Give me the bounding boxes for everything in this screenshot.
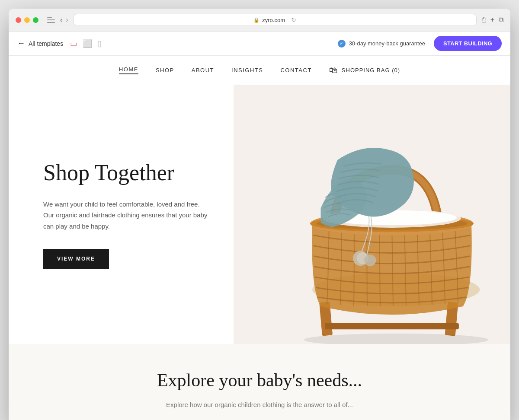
sidebar-toggle-icon[interactable] bbox=[47, 17, 55, 23]
hero-image bbox=[234, 85, 510, 344]
shopping-cart[interactable]: 🛍 SHOPPING BAG (0) bbox=[329, 65, 400, 75]
forward-arrow-icon[interactable]: › bbox=[66, 16, 68, 24]
hero-description: We want your child to feel comfortable, … bbox=[43, 199, 208, 232]
desktop-icon[interactable]: ▭ bbox=[70, 39, 77, 48]
editor-right: ✓ 30-day money-back guarantee START BUIL… bbox=[338, 36, 502, 51]
browser-chrome: ‹ › 🔒 zyro.com ↻ ⎙ + ⧉ bbox=[9, 9, 510, 32]
back-label: All templates bbox=[29, 40, 63, 47]
svg-rect-4 bbox=[325, 323, 459, 330]
share-icon[interactable]: ⎙ bbox=[482, 16, 486, 24]
maximize-button[interactable] bbox=[33, 17, 38, 23]
nav-item-insights[interactable]: INSIGHTS bbox=[231, 67, 263, 73]
hero-title: Shop Together bbox=[43, 160, 208, 186]
view-more-button[interactable]: VIEW MORE bbox=[43, 249, 109, 269]
nav-item-contact[interactable]: CONTACT bbox=[280, 67, 311, 73]
start-building-button[interactable]: START BUILDING bbox=[434, 36, 502, 51]
nav-item-home[interactable]: HOME bbox=[119, 66, 138, 74]
lock-icon: 🔒 bbox=[253, 17, 260, 23]
back-arrow-icon: ← bbox=[17, 39, 25, 48]
minimize-button[interactable] bbox=[24, 17, 30, 23]
site-navigation: HOME SHOP ABOUT INSIGHTS CONTACT 🛍 SHOPP… bbox=[9, 56, 510, 85]
website-content: HOME SHOP ABOUT INSIGHTS CONTACT 🛍 SHOPP… bbox=[9, 56, 510, 420]
money-back-label: 30-day money-back guarantee bbox=[349, 40, 425, 47]
hero-section: Shop Together We want your child to feel… bbox=[9, 85, 510, 344]
nav-item-shop[interactable]: SHOP bbox=[156, 67, 174, 73]
mobile-icon[interactable]: ▯ bbox=[97, 39, 102, 48]
check-icon: ✓ bbox=[338, 40, 346, 48]
bottom-section: Explore your baby's needs... Explore how… bbox=[9, 344, 510, 420]
traffic-lights bbox=[16, 17, 38, 23]
cart-label: SHOPPING BAG (0) bbox=[342, 67, 400, 73]
browser-window: ‹ › 🔒 zyro.com ↻ ⎙ + ⧉ ← All templates ▭… bbox=[9, 9, 510, 420]
browser-actions: ⎙ + ⧉ bbox=[482, 16, 503, 24]
tablet-icon[interactable]: ⬜ bbox=[83, 39, 92, 48]
close-button[interactable] bbox=[16, 17, 21, 23]
editor-left: ← All templates ▭ ⬜ ▯ bbox=[17, 39, 102, 48]
basket-image bbox=[234, 85, 510, 344]
back-to-templates-link[interactable]: ← All templates bbox=[17, 39, 63, 48]
reload-icon[interactable]: ↻ bbox=[291, 16, 296, 23]
back-arrow-icon[interactable]: ‹ bbox=[60, 16, 62, 24]
svg-point-12 bbox=[364, 255, 376, 266]
windows-icon[interactable]: ⧉ bbox=[499, 16, 503, 24]
browser-nav: ‹ › bbox=[60, 16, 68, 24]
money-back-guarantee: ✓ 30-day money-back guarantee bbox=[338, 40, 425, 48]
new-tab-icon[interactable]: + bbox=[490, 16, 494, 24]
bottom-title: Explore your baby's needs... bbox=[35, 370, 484, 391]
url-text: zyro.com bbox=[262, 17, 285, 23]
bottom-text: Explore how our organic children clothin… bbox=[130, 399, 389, 410]
device-icons: ▭ ⬜ ▯ bbox=[70, 39, 102, 48]
nav-item-about[interactable]: ABOUT bbox=[192, 67, 214, 73]
cart-icon: 🛍 bbox=[329, 65, 338, 75]
address-bar[interactable]: 🔒 zyro.com ↻ bbox=[74, 14, 477, 26]
hero-text-area: Shop Together We want your child to feel… bbox=[9, 85, 234, 344]
editor-bar: ← All templates ▭ ⬜ ▯ ✓ 30-day money-bac… bbox=[9, 32, 510, 56]
basket-scene-svg bbox=[234, 85, 510, 344]
